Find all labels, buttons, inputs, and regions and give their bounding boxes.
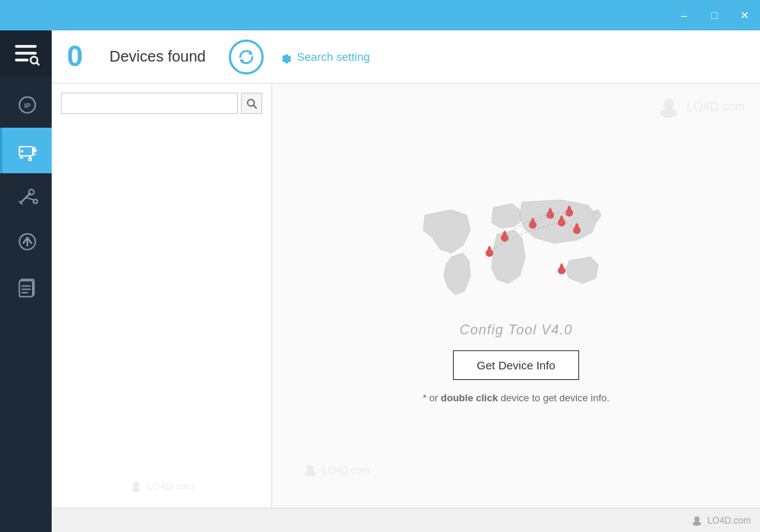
hint-prefix: * or (423, 392, 441, 404)
content-area: 0 Devices found Search setting (52, 30, 760, 532)
sidebar-logo (0, 30, 52, 76)
bottom-logo-icon (691, 515, 703, 527)
center-content: Config Tool V4.0 Get Device Info * or do… (410, 188, 622, 404)
hint-text: * or double click device to get device i… (423, 392, 610, 404)
top-watermark-text: LO4D.com (687, 100, 745, 114)
maximize-button[interactable]: □ (699, 0, 730, 30)
sidebar: IP (0, 30, 52, 532)
svg-point-43 (694, 516, 699, 521)
sidebar-item-tools[interactable] (0, 173, 52, 219)
svg-point-29 (132, 481, 139, 488)
svg-point-32 (660, 109, 677, 118)
svg-point-19 (33, 199, 36, 203)
get-device-info-button[interactable]: Get Device Info (453, 350, 578, 380)
svg-line-28 (254, 106, 257, 109)
bottom-logo: LO4D.com (691, 515, 751, 527)
config-tool-label: Config Tool V4.0 (460, 322, 572, 338)
minimize-button[interactable]: – (669, 0, 699, 30)
world-map-svg (410, 188, 622, 310)
right-panel: LO4D.com (272, 84, 760, 508)
left-panel: LO4D.com (52, 84, 272, 508)
hint-suffix: device to get device info. (498, 392, 610, 404)
search-box (61, 93, 262, 114)
svg-line-4 (36, 63, 39, 65)
search-icon (246, 98, 257, 109)
search-setting-button[interactable]: Search setting (279, 50, 370, 64)
close-button[interactable]: ✕ (730, 0, 760, 30)
svg-point-42 (305, 470, 315, 477)
top-right-watermark: LO4D.com (657, 95, 745, 119)
svg-rect-12 (19, 157, 23, 159)
refresh-icon (237, 48, 255, 66)
svg-point-44 (692, 521, 701, 526)
logo-icon (12, 40, 40, 67)
device-count: 0 (67, 40, 97, 73)
search-setting-label: Search setting (297, 50, 370, 63)
svg-point-30 (131, 488, 140, 492)
ip-icon: IP (17, 94, 38, 116)
refresh-button[interactable] (229, 40, 264, 74)
bottom-logo-text: LO4D.com (708, 515, 751, 526)
svg-rect-2 (15, 59, 29, 62)
tools-icon (17, 185, 38, 207)
two-panel: LO4D.com LO4D.com (52, 84, 760, 508)
left-panel-watermark: LO4D.com (128, 479, 194, 492)
bottom-watermark-text: LO4D.com (322, 464, 369, 476)
watermark-top-logo-icon (657, 95, 681, 119)
svg-point-16 (28, 189, 33, 195)
device-icon (17, 140, 38, 161)
sidebar-item-ip[interactable]: IP (0, 82, 52, 128)
main-layout: IP (0, 30, 760, 532)
svg-point-31 (663, 99, 674, 109)
sidebar-item-docs[interactable] (0, 264, 52, 310)
left-watermark-text: LO4D.com (147, 480, 194, 492)
svg-line-18 (26, 198, 34, 201)
svg-point-11 (21, 150, 24, 153)
devices-found-label: Devices found (109, 48, 206, 65)
hint-bold: double click (441, 392, 498, 404)
watermark-bottom-logo-icon (302, 462, 318, 477)
sidebar-item-upgrade[interactable] (0, 219, 52, 264)
bottom-bar: LO4D.com (52, 508, 760, 532)
svg-rect-1 (15, 52, 37, 55)
search-input[interactable] (61, 93, 238, 114)
bottom-left-watermark: LO4D.com (302, 462, 369, 477)
docs-icon (17, 277, 38, 298)
svg-rect-0 (15, 45, 37, 48)
svg-point-13 (28, 158, 31, 161)
world-map (410, 188, 622, 310)
svg-text:IP: IP (24, 102, 30, 109)
title-bar: – □ ✕ (0, 0, 760, 30)
sidebar-item-device[interactable] (0, 128, 52, 173)
gear-icon (279, 50, 293, 64)
upgrade-icon (17, 231, 38, 252)
search-button[interactable] (241, 93, 262, 114)
svg-point-10 (33, 148, 36, 152)
header: 0 Devices found Search setting (52, 30, 760, 84)
svg-point-41 (307, 464, 314, 471)
watermark-logo-icon (128, 479, 142, 492)
